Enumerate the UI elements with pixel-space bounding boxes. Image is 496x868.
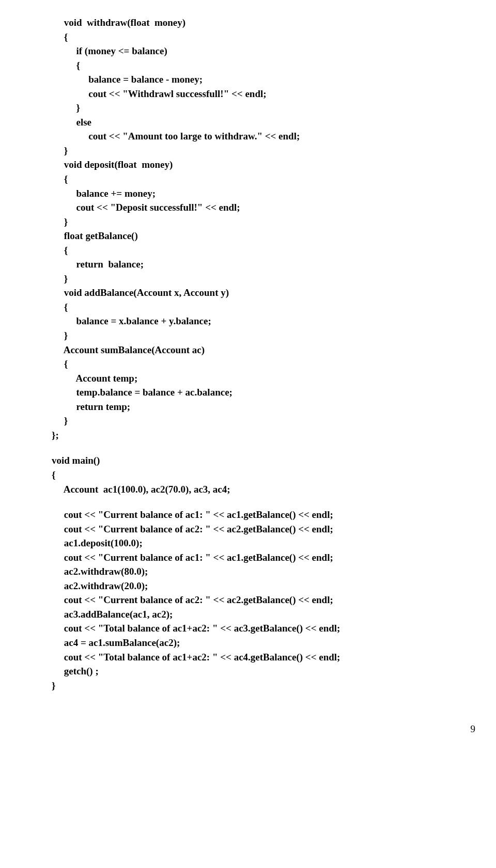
code-block-1: void withdraw(float money) { if (money <… (52, 15, 444, 442)
code-block-2: void main() { Account ac1(100.0), ac2(70… (52, 453, 444, 496)
document-page: void withdraw(float money) { if (money <… (0, 0, 496, 708)
code-block-3: cout << "Current balance of ac1: " << ac… (52, 508, 444, 692)
page-number: 9 (0, 708, 496, 735)
